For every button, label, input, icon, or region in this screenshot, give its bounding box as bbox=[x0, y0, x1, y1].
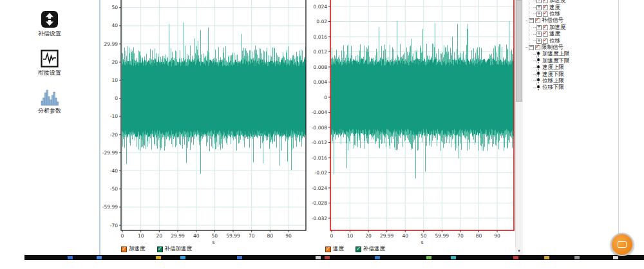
tree-connector-line bbox=[529, 0, 529, 48]
toolbar-item-analysis-parameters[interactable]: 分析参数 bbox=[0, 89, 99, 115]
taskbar-app-icon[interactable] bbox=[180, 256, 185, 259]
toolbar-item-connection-settings[interactable]: 衔接设置 bbox=[0, 50, 99, 77]
legend-item-compensated-velocity[interactable]: ✓ 补偿速度 bbox=[355, 245, 385, 253]
svg-text:0.016: 0.016 bbox=[314, 34, 328, 40]
checked-checkbox-icon[interactable]: ✓ bbox=[543, 39, 548, 44]
tree-item-label[interactable]: 位移下限 bbox=[542, 84, 564, 91]
scrollbar-down-arrow-icon[interactable]: ▾ bbox=[515, 247, 523, 255]
taskbar-app-icon[interactable] bbox=[97, 256, 102, 259]
taskbar-app-icon[interactable] bbox=[544, 256, 549, 259]
svg-text:59.99: 59.99 bbox=[226, 233, 240, 239]
toolbar-item-compensation-settings[interactable]: 补偿设置 bbox=[0, 10, 99, 38]
taskbar-app-icon[interactable] bbox=[426, 256, 431, 259]
checked-checkbox-icon[interactable]: ✓ bbox=[355, 246, 361, 252]
expand-toggle-icon[interactable]: + bbox=[536, 5, 542, 10]
tree-connector-line bbox=[536, 48, 537, 88]
svg-text:s: s bbox=[213, 239, 215, 245]
svg-text:0.012: 0.012 bbox=[314, 49, 328, 55]
legend-label: 加速度 bbox=[129, 245, 146, 253]
checked-checkbox-icon[interactable]: ✓ bbox=[535, 45, 540, 50]
svg-text:40: 40 bbox=[402, 233, 408, 239]
tree-connector-stub bbox=[533, 7, 536, 8]
taskbar-app-icon[interactable] bbox=[613, 256, 618, 259]
signal-probe-icon bbox=[536, 85, 541, 91]
signal-probe-icon bbox=[536, 65, 541, 71]
taskbar-app-icon[interactable] bbox=[156, 256, 161, 259]
tree-connector-stub bbox=[533, 80, 536, 81]
svg-text:50: 50 bbox=[111, 5, 118, 10]
chart2-legend: ✓ 速度 ✓ 补偿速度 bbox=[325, 245, 385, 253]
expand-toggle-icon[interactable]: + bbox=[536, 25, 542, 30]
taskbar-app-icon[interactable] bbox=[316, 256, 321, 259]
panel-divider bbox=[99, 0, 100, 255]
svg-text:-0.016: -0.016 bbox=[312, 155, 327, 161]
floating-logo-button[interactable] bbox=[611, 233, 634, 256]
svg-text:29.99: 29.99 bbox=[104, 41, 118, 47]
signal-probe-icon bbox=[536, 78, 541, 84]
svg-text:50: 50 bbox=[421, 233, 427, 239]
checked-checkbox-icon[interactable]: ✓ bbox=[535, 18, 540, 23]
svg-text:-0.032: -0.032 bbox=[312, 216, 327, 221]
taskbar-app-icon[interactable] bbox=[237, 256, 242, 259]
tree-connector-stub bbox=[533, 68, 536, 68]
legend-item-acceleration[interactable]: ✓ 加速度 bbox=[121, 245, 146, 253]
taskbar-app-icon[interactable] bbox=[68, 256, 73, 259]
toolbar-item-label: 衔接设置 bbox=[38, 69, 61, 77]
signal-probe-icon bbox=[536, 51, 541, 57]
svg-text:0: 0 bbox=[324, 95, 327, 100]
toolbar-item-label: 补偿设置 bbox=[38, 30, 61, 38]
svg-text:80: 80 bbox=[267, 233, 274, 239]
taskbar-app-icon[interactable] bbox=[451, 256, 456, 259]
checked-checkbox-icon[interactable]: ✓ bbox=[543, 12, 548, 17]
taskbar-app-icon[interactable] bbox=[325, 256, 330, 259]
svg-text:20: 20 bbox=[365, 233, 372, 239]
svg-text:50: 50 bbox=[212, 233, 218, 239]
svg-text:0.004: 0.004 bbox=[314, 79, 328, 85]
svg-text:29.99: 29.99 bbox=[171, 233, 185, 239]
checked-checkbox-icon[interactable]: ✓ bbox=[325, 246, 331, 252]
svg-text:-70: -70 bbox=[110, 223, 118, 228]
histogram-icon bbox=[41, 89, 59, 106]
velocity-waveform-chart: 0.0240.020.0160.0120.0080.0040-0.004-0.0… bbox=[303, 0, 518, 254]
vertical-scrollbar-thumb[interactable] bbox=[516, 0, 522, 102]
left-toolbar: 补偿设置 衔接设置 分析参数 bbox=[0, 0, 99, 255]
svg-text:-40: -40 bbox=[110, 168, 118, 174]
svg-text:20: 20 bbox=[156, 233, 163, 239]
taskbar-app-icon[interactable] bbox=[513, 256, 518, 259]
checked-checkbox-icon[interactable]: ✓ bbox=[121, 246, 127, 252]
legend-item-compensated-acceleration[interactable]: ✓ 补偿加速度 bbox=[157, 245, 193, 253]
tree-connector-stub bbox=[533, 14, 536, 14]
legend-item-velocity[interactable]: ✓ 速度 bbox=[325, 245, 344, 253]
taskbar-app-icon[interactable] bbox=[375, 256, 380, 259]
checked-checkbox-icon[interactable]: ✓ bbox=[157, 246, 163, 252]
svg-text:-0.004: -0.004 bbox=[312, 109, 327, 115]
svg-text:-0.024: -0.024 bbox=[312, 185, 327, 191]
toolbar-item-label: 分析参数 bbox=[38, 107, 61, 115]
expand-toggle-icon[interactable]: + bbox=[536, 0, 542, 3]
chart1-legend: ✓ 加速度 ✓ 补偿加速度 bbox=[121, 245, 192, 253]
expand-toggle-icon[interactable]: + bbox=[536, 32, 542, 37]
svg-text:0.008: 0.008 bbox=[314, 64, 328, 70]
tree-item[interactable]: −✓补偿信号 bbox=[523, 17, 617, 24]
collapse-toggle-icon[interactable]: − bbox=[529, 45, 534, 50]
tree-item[interactable]: +✓速度 bbox=[523, 4, 617, 10]
tree-connector-stub bbox=[533, 60, 536, 61]
tree-connector-line bbox=[536, 21, 537, 41]
svg-text:90: 90 bbox=[285, 233, 292, 239]
svg-text:0.02: 0.02 bbox=[316, 19, 327, 24]
collapse-toggle-icon[interactable]: − bbox=[529, 18, 534, 23]
svg-text:10: 10 bbox=[347, 233, 354, 239]
updown-arrows-icon bbox=[41, 10, 59, 28]
tree-connector-stub bbox=[533, 34, 536, 35]
svg-text:80: 80 bbox=[476, 233, 482, 239]
svg-text:70: 70 bbox=[457, 233, 464, 239]
svg-text:40: 40 bbox=[193, 233, 200, 239]
tree-connector-stub bbox=[533, 41, 536, 41]
taskbar[interactable] bbox=[24, 255, 644, 260]
svg-text:40: 40 bbox=[111, 23, 118, 28]
tree-connector-stub bbox=[533, 54, 536, 55]
svg-text:20: 20 bbox=[111, 59, 118, 65]
legend-label: 补偿加速度 bbox=[165, 245, 193, 253]
taskbar-app-icon[interactable] bbox=[574, 256, 580, 259]
tree-item[interactable]: −✓限制信号 bbox=[523, 44, 617, 51]
